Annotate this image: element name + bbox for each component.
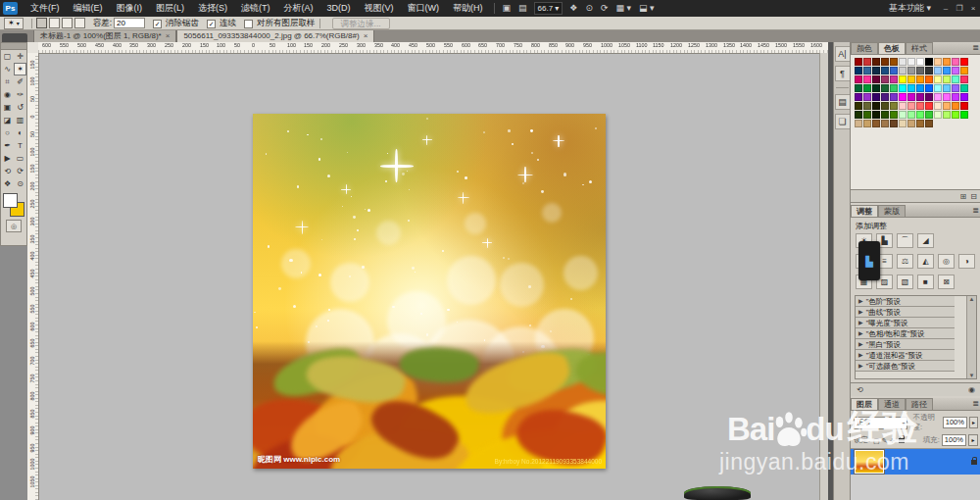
preset-item-4[interactable]: ▶"黑白"预设 (856, 339, 955, 350)
color-swatch[interactable] (872, 120, 880, 127)
menu-item-10[interactable]: 帮助(H) (446, 0, 490, 17)
color-swatch[interactable] (899, 120, 906, 127)
color-swatch[interactable] (907, 102, 915, 110)
zoom-tool-icon[interactable]: ⊙ (581, 0, 597, 17)
color-swatch[interactable] (881, 84, 889, 92)
rotate-view-icon[interactable]: ⟳ (597, 0, 612, 17)
color-swatch[interactable] (934, 93, 942, 101)
color-balance-icon[interactable]: ⚖ (897, 254, 913, 269)
color-swatch[interactable] (863, 75, 871, 83)
color-swatch[interactable] (916, 58, 924, 66)
color-swatch[interactable] (855, 102, 862, 110)
layer-comps-panel-icon[interactable]: ❏ (835, 114, 851, 129)
color-swatch[interactable] (952, 58, 959, 66)
3d-rotate-tool[interactable]: ⟲ (1, 165, 14, 177)
spot-healing-tool[interactable]: ◉ (1, 88, 14, 101)
color-swatch[interactable] (881, 120, 889, 127)
lock-transparent-icon[interactable]: ▢ (873, 437, 880, 444)
hand-tool-icon[interactable]: ❖ (565, 0, 581, 17)
color-swatch[interactable] (890, 84, 898, 92)
tab-close-icon[interactable]: × (364, 30, 368, 42)
color-swatch[interactable] (960, 75, 968, 83)
color-swatch[interactable] (855, 84, 862, 92)
workspace-switcher[interactable]: 基本功能 ▾ (881, 2, 939, 15)
bridge-icon[interactable]: ▣ (499, 0, 515, 17)
preset-item-0[interactable]: ▶"色阶"预设 (856, 296, 955, 307)
color-swatch[interactable] (934, 67, 942, 75)
layers-tab-2[interactable]: 路径 (906, 398, 933, 410)
document-tab-0[interactable]: 未标题-1 @ 100%(图层 1, RGB/8)*× (33, 29, 176, 42)
magic-wand-tool[interactable]: ✶ (14, 63, 26, 75)
expand-triangle-icon[interactable]: ▶ (858, 318, 863, 328)
curves-icon[interactable]: ⌒ (897, 233, 913, 248)
color-swatch[interactable] (960, 67, 968, 75)
lasso-tool[interactable]: ∿ (1, 63, 14, 75)
restore-button[interactable]: ❐ (953, 4, 966, 13)
expand-triangle-icon[interactable]: ▶ (858, 296, 863, 307)
color-swatch[interactable] (863, 67, 871, 75)
layers-tab-0[interactable]: 图层 (851, 398, 878, 410)
swatches-tab-1[interactable]: 色板 (878, 42, 906, 54)
color-swatch[interactable] (890, 111, 898, 119)
gradient-tool[interactable]: ▥ (14, 114, 26, 126)
color-swatch[interactable] (863, 120, 871, 127)
menu-item-0[interactable]: 文件(F) (24, 0, 67, 17)
color-swatch[interactable] (925, 84, 933, 92)
preset-item-1[interactable]: ▶"曲线"预设 (856, 307, 955, 318)
color-swatch[interactable] (952, 84, 959, 92)
color-swatch[interactable] (916, 84, 924, 92)
color-swatch[interactable] (907, 58, 915, 66)
color-swatch[interactable] (916, 93, 924, 101)
history-brush-tool[interactable]: ↺ (14, 101, 26, 114)
color-swatch[interactable] (943, 67, 951, 75)
color-swatch[interactable] (890, 93, 898, 101)
tool-preset-picker[interactable]: ✶▾ (4, 18, 24, 29)
brush-tool[interactable]: ✑ (14, 88, 26, 101)
move-tool[interactable]: ✛ (14, 50, 26, 63)
menu-item-9[interactable]: 窗口(W) (401, 0, 447, 17)
color-swatch[interactable] (934, 111, 942, 119)
color-swatch[interactable] (899, 84, 906, 92)
color-swatch[interactable] (899, 75, 906, 83)
color-swatch[interactable] (934, 58, 942, 66)
selection-subtract-icon[interactable] (62, 18, 73, 28)
screen-mode-icon[interactable]: ⬓ ▾ (635, 0, 659, 17)
color-swatch[interactable] (934, 102, 942, 110)
menu-item-1[interactable]: 编辑(E) (67, 0, 110, 17)
menu-item-6[interactable]: 分析(A) (277, 0, 320, 17)
color-swatch[interactable] (952, 67, 959, 75)
preset-item-3[interactable]: ▶"色相/饱和度"预设 (856, 328, 955, 339)
menu-item-4[interactable]: 选择(S) (191, 0, 234, 17)
color-swatch[interactable] (943, 75, 951, 83)
color-swatch[interactable] (890, 58, 898, 66)
background-layer-row[interactable] (851, 449, 980, 475)
shape-tool[interactable]: ▭ (14, 152, 26, 165)
minimize-button[interactable]: – (939, 4, 953, 13)
menu-item-5[interactable]: 滤镜(T) (234, 0, 277, 17)
scroll-down-icon[interactable]: ▼ (969, 373, 975, 378)
color-swatch[interactable] (960, 93, 968, 101)
color-swatch[interactable] (899, 93, 906, 101)
scroll-up-icon[interactable]: ▲ (969, 296, 975, 302)
ps-logo-icon[interactable]: Ps (3, 2, 18, 15)
crop-tool[interactable]: ⌗ (1, 75, 14, 88)
layers-tab-1[interactable]: 通道 (878, 398, 906, 410)
vertical-ruler[interactable]: 1501005005010015020025030035040045050055… (27, 53, 39, 500)
color-swatch[interactable] (855, 67, 862, 75)
menu-item-3[interactable]: 图层(L) (149, 0, 191, 17)
color-swatch[interactable] (916, 120, 924, 127)
menu-item-7[interactable]: 3D(D) (320, 0, 358, 17)
color-swatch[interactable] (863, 58, 871, 66)
delete-swatch-icon[interactable]: ⊟ (970, 192, 977, 201)
lock-position-icon[interactable]: ✛ (890, 437, 896, 444)
swatches-tab-0[interactable]: 颜色 (851, 42, 878, 54)
path-selection-tool[interactable]: ▶ (1, 152, 14, 165)
arrange-documents-icon[interactable]: ▦ ▾ (612, 0, 636, 17)
lock-all-icon[interactable] (899, 438, 905, 443)
return-arrow-icon[interactable]: ⟲ (857, 385, 863, 394)
checkbox-1[interactable]: ✓ (207, 20, 216, 28)
zoom-tool[interactable]: ⊙ (14, 177, 26, 190)
minibridge-stub[interactable] (2, 33, 27, 42)
color-swatch[interactable] (863, 84, 871, 92)
color-swatch[interactable] (925, 102, 933, 110)
